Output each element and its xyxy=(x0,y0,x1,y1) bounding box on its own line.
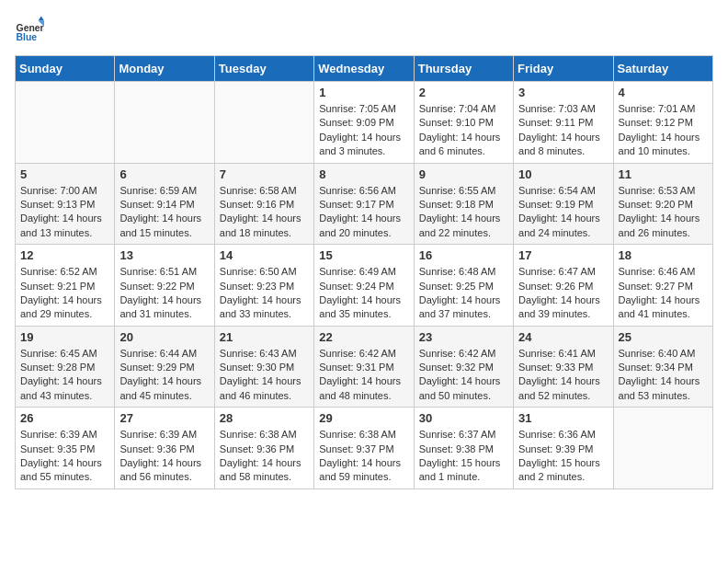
day-number: 27 xyxy=(119,411,209,425)
calendar-cell: 27 Sunrise: 6:39 AMSunset: 9:36 PMDaylig… xyxy=(115,408,214,489)
day-number: 13 xyxy=(119,248,209,262)
day-number: 31 xyxy=(518,411,608,425)
day-info: Sunrise: 6:54 AMSunset: 9:19 PMDaylight:… xyxy=(518,184,608,241)
day-number: 21 xyxy=(220,330,309,344)
day-number: 30 xyxy=(419,411,508,425)
day-info: Sunrise: 6:38 AMSunset: 9:37 PMDaylight:… xyxy=(319,428,408,485)
day-info: Sunrise: 6:43 AMSunset: 9:30 PMDaylight:… xyxy=(220,347,309,404)
weekday-header-monday: Monday xyxy=(115,56,214,82)
calendar-cell: 15 Sunrise: 6:49 AMSunset: 9:24 PMDaylig… xyxy=(314,245,414,327)
calendar-cell xyxy=(16,82,115,164)
day-info: Sunrise: 6:48 AMSunset: 9:25 PMDaylight:… xyxy=(419,265,508,322)
day-info: Sunrise: 6:55 AMSunset: 9:18 PMDaylight:… xyxy=(419,184,508,241)
calendar-cell: 6 Sunrise: 6:59 AMSunset: 9:14 PMDayligh… xyxy=(115,163,214,245)
weekday-header-sunday: Sunday xyxy=(16,56,115,82)
page-header: General Blue xyxy=(15,15,713,44)
day-number: 25 xyxy=(619,330,708,344)
logo: General Blue xyxy=(15,15,44,44)
day-number: 12 xyxy=(20,248,109,262)
day-info: Sunrise: 6:44 AMSunset: 9:29 PMDaylight:… xyxy=(119,347,209,404)
logo-icon: General Blue xyxy=(15,15,44,44)
day-number: 22 xyxy=(319,330,408,344)
svg-text:Blue: Blue xyxy=(17,32,38,42)
day-number: 11 xyxy=(619,167,708,181)
day-number: 17 xyxy=(518,248,608,262)
day-number: 6 xyxy=(119,167,209,181)
day-info: Sunrise: 6:47 AMSunset: 9:26 PMDaylight:… xyxy=(518,265,608,322)
day-info: Sunrise: 6:37 AMSunset: 9:38 PMDaylight:… xyxy=(419,428,508,485)
calendar-table: SundayMondayTuesdayWednesdayThursdayFrid… xyxy=(15,55,713,489)
day-info: Sunrise: 6:46 AMSunset: 9:27 PMDaylight:… xyxy=(619,265,708,322)
calendar-cell: 14 Sunrise: 6:50 AMSunset: 9:23 PMDaylig… xyxy=(214,245,313,327)
day-info: Sunrise: 6:51 AMSunset: 9:22 PMDaylight:… xyxy=(119,265,209,322)
day-info: Sunrise: 7:01 AMSunset: 9:12 PMDaylight:… xyxy=(619,102,708,159)
calendar-cell: 31 Sunrise: 6:36 AMSunset: 9:39 PMDaylig… xyxy=(514,408,613,489)
calendar-cell: 16 Sunrise: 6:48 AMSunset: 9:25 PMDaylig… xyxy=(414,245,513,327)
day-number: 23 xyxy=(419,330,508,344)
calendar-cell: 30 Sunrise: 6:37 AMSunset: 9:38 PMDaylig… xyxy=(414,408,513,489)
calendar-cell xyxy=(613,408,712,489)
day-info: Sunrise: 6:50 AMSunset: 9:23 PMDaylight:… xyxy=(220,265,309,322)
day-number: 3 xyxy=(518,86,608,99)
weekday-header-wednesday: Wednesday xyxy=(314,56,414,82)
day-number: 20 xyxy=(119,330,209,344)
svg-text:General: General xyxy=(17,23,44,33)
day-number: 15 xyxy=(319,248,408,262)
day-number: 2 xyxy=(419,86,508,99)
day-info: Sunrise: 6:40 AMSunset: 9:34 PMDaylight:… xyxy=(619,347,708,404)
weekday-header-saturday: Saturday xyxy=(613,56,712,82)
day-info: Sunrise: 6:49 AMSunset: 9:24 PMDaylight:… xyxy=(319,265,408,322)
day-info: Sunrise: 6:39 AMSunset: 9:35 PMDaylight:… xyxy=(20,428,109,485)
calendar-cell: 25 Sunrise: 6:40 AMSunset: 9:34 PMDaylig… xyxy=(613,326,712,408)
calendar-cell: 5 Sunrise: 7:00 AMSunset: 9:13 PMDayligh… xyxy=(16,163,115,245)
calendar-cell: 17 Sunrise: 6:47 AMSunset: 9:26 PMDaylig… xyxy=(514,245,613,327)
weekday-header-thursday: Thursday xyxy=(414,56,513,82)
calendar-cell: 20 Sunrise: 6:44 AMSunset: 9:29 PMDaylig… xyxy=(115,326,214,408)
weekday-header-friday: Friday xyxy=(514,56,613,82)
day-number: 19 xyxy=(20,330,109,344)
calendar-cell: 7 Sunrise: 6:58 AMSunset: 9:16 PMDayligh… xyxy=(214,163,313,245)
day-info: Sunrise: 6:42 AMSunset: 9:31 PMDaylight:… xyxy=(319,347,408,404)
day-number: 5 xyxy=(20,167,109,181)
calendar-cell: 2 Sunrise: 7:04 AMSunset: 9:10 PMDayligh… xyxy=(414,82,513,164)
day-info: Sunrise: 6:38 AMSunset: 9:36 PMDaylight:… xyxy=(220,428,309,485)
calendar-cell: 13 Sunrise: 6:51 AMSunset: 9:22 PMDaylig… xyxy=(115,245,214,327)
calendar-cell: 22 Sunrise: 6:42 AMSunset: 9:31 PMDaylig… xyxy=(314,326,414,408)
calendar-cell: 4 Sunrise: 7:01 AMSunset: 9:12 PMDayligh… xyxy=(613,82,712,164)
svg-marker-2 xyxy=(39,17,44,21)
day-info: Sunrise: 6:52 AMSunset: 9:21 PMDaylight:… xyxy=(20,265,109,322)
day-info: Sunrise: 7:03 AMSunset: 9:11 PMDaylight:… xyxy=(518,102,608,159)
day-number: 16 xyxy=(419,248,508,262)
day-info: Sunrise: 7:00 AMSunset: 9:13 PMDaylight:… xyxy=(20,184,109,241)
calendar-cell xyxy=(214,82,313,164)
day-info: Sunrise: 6:53 AMSunset: 9:20 PMDaylight:… xyxy=(619,184,708,241)
calendar-cell: 9 Sunrise: 6:55 AMSunset: 9:18 PMDayligh… xyxy=(414,163,513,245)
day-info: Sunrise: 6:45 AMSunset: 9:28 PMDaylight:… xyxy=(20,347,109,404)
day-info: Sunrise: 6:39 AMSunset: 9:36 PMDaylight:… xyxy=(119,428,209,485)
day-number: 14 xyxy=(220,248,309,262)
day-info: Sunrise: 7:05 AMSunset: 9:09 PMDaylight:… xyxy=(319,102,408,159)
calendar-cell: 29 Sunrise: 6:38 AMSunset: 9:37 PMDaylig… xyxy=(314,408,414,489)
calendar-cell: 28 Sunrise: 6:38 AMSunset: 9:36 PMDaylig… xyxy=(214,408,313,489)
calendar-cell: 21 Sunrise: 6:43 AMSunset: 9:30 PMDaylig… xyxy=(214,326,313,408)
day-info: Sunrise: 6:42 AMSunset: 9:32 PMDaylight:… xyxy=(419,347,508,404)
day-info: Sunrise: 6:36 AMSunset: 9:39 PMDaylight:… xyxy=(518,428,608,485)
calendar-cell: 8 Sunrise: 6:56 AMSunset: 9:17 PMDayligh… xyxy=(314,163,414,245)
day-number: 24 xyxy=(518,330,608,344)
day-info: Sunrise: 6:58 AMSunset: 9:16 PMDaylight:… xyxy=(220,184,309,241)
day-info: Sunrise: 7:04 AMSunset: 9:10 PMDaylight:… xyxy=(419,102,508,159)
day-info: Sunrise: 6:59 AMSunset: 9:14 PMDaylight:… xyxy=(119,184,209,241)
calendar-cell: 10 Sunrise: 6:54 AMSunset: 9:19 PMDaylig… xyxy=(514,163,613,245)
weekday-header-tuesday: Tuesday xyxy=(214,56,313,82)
calendar-cell: 3 Sunrise: 7:03 AMSunset: 9:11 PMDayligh… xyxy=(514,82,613,164)
calendar-cell: 18 Sunrise: 6:46 AMSunset: 9:27 PMDaylig… xyxy=(613,245,712,327)
calendar-cell: 12 Sunrise: 6:52 AMSunset: 9:21 PMDaylig… xyxy=(16,245,115,327)
calendar-cell: 24 Sunrise: 6:41 AMSunset: 9:33 PMDaylig… xyxy=(514,326,613,408)
calendar-cell: 1 Sunrise: 7:05 AMSunset: 9:09 PMDayligh… xyxy=(314,82,414,164)
day-number: 1 xyxy=(319,86,408,99)
day-number: 26 xyxy=(20,411,109,425)
day-number: 8 xyxy=(319,167,408,181)
day-number: 18 xyxy=(619,248,708,262)
calendar-cell: 19 Sunrise: 6:45 AMSunset: 9:28 PMDaylig… xyxy=(16,326,115,408)
day-info: Sunrise: 6:56 AMSunset: 9:17 PMDaylight:… xyxy=(319,184,408,241)
